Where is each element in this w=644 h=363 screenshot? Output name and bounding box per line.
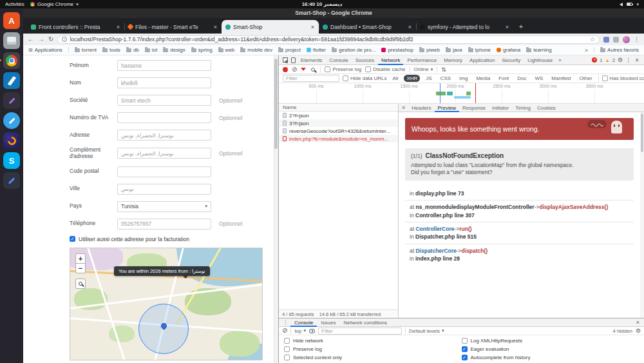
devtools-tab-application[interactable]: Application (466, 55, 498, 65)
profile-avatar[interactable] (623, 36, 630, 43)
autocomplete-history-checkbox[interactable]: ✓ (462, 355, 468, 360)
blocked-cookies-checkbox[interactable]: ✓ (602, 75, 608, 81)
back-button[interactable]: ← (28, 36, 34, 43)
devtools-tab-elements[interactable]: Elements (298, 55, 325, 65)
requests-name-header[interactable]: Name (279, 104, 398, 112)
dock-files-icon[interactable] (3, 32, 20, 49)
detail-tab-preview[interactable]: Preview (435, 104, 459, 112)
bookmark-project[interactable]: project (278, 47, 301, 53)
close-drawer-icon[interactable]: × (633, 319, 643, 326)
hidden-messages-count[interactable]: 4 hidden (612, 328, 632, 334)
devtools-tab-console[interactable]: Console (326, 55, 351, 65)
bookmark-torrent[interactable]: torrent (75, 47, 97, 53)
dock-chrome-icon[interactable] (3, 52, 20, 69)
dock-editor-icon[interactable] (3, 112, 20, 129)
selected-context-checkbox[interactable]: ✓ (284, 355, 290, 360)
activities-button[interactable]: Activités (5, 1, 24, 7)
devtools-tab-security[interactable]: Security (498, 55, 524, 65)
filter-pill-all[interactable]: All (390, 75, 401, 82)
extension-icon[interactable] (603, 37, 609, 43)
dock-screenshot-tool-icon[interactable] (3, 172, 20, 189)
city-field[interactable]: تونس (117, 184, 211, 195)
filter-funnel-icon[interactable] (301, 68, 306, 71)
filter-pill-font[interactable]: Font (496, 75, 511, 82)
vat-field[interactable] (117, 112, 211, 123)
devtools-menu-icon[interactable]: ⋮ (625, 57, 631, 63)
hide-data-urls-checkbox[interactable]: ✓ (343, 75, 348, 81)
map-zoom-in-button[interactable]: + (75, 253, 86, 264)
browser-menu-icon[interactable]: ⋮ (634, 36, 639, 43)
log-xhr-checkbox[interactable]: ✓ (462, 338, 468, 344)
drawer-tab-network-conditions[interactable]: Network conditions (339, 319, 391, 327)
devtools-tab-memory[interactable]: Memory (440, 55, 466, 65)
tab-close-icon[interactable]: × (408, 24, 412, 30)
log-levels-dropdown[interactable]: Default levels▾ (409, 328, 444, 334)
address2-field[interactable]: نوسترا, الخضراء, تونس (117, 148, 211, 159)
inspect-element-icon[interactable] (283, 57, 288, 63)
billing-checkbox[interactable]: ✓ (70, 236, 75, 242)
devtools-tab-network[interactable]: Network (378, 55, 403, 65)
address-bar[interactable]: i localhost/PrestaShop-1.7.6.7/index.php… (57, 35, 600, 44)
tab-close-icon[interactable]: × (116, 24, 120, 30)
eager-evaluation-checkbox[interactable]: ✓ (462, 346, 468, 352)
bookmark-db[interactable]: db (126, 47, 139, 53)
clear-console-icon[interactable]: ⊘ (282, 328, 287, 334)
bookmark-applications[interactable]: ⊞Applications (28, 47, 62, 53)
devtools-close-icon[interactable]: × (634, 57, 640, 64)
preserve-log-checkbox[interactable]: ✓ (325, 66, 330, 72)
firstname-field[interactable]: hassene (117, 60, 211, 71)
error-badge-icon[interactable]: × (592, 57, 597, 63)
tab-front-controllers[interactable]: Front controllers :: Presta × (27, 20, 124, 34)
trace-method[interactable]: dispatch() (462, 248, 488, 254)
page-scrollbar[interactable] (274, 55, 278, 363)
dock-skype-icon[interactable]: S (3, 152, 20, 169)
other-bookmarks-button[interactable]: Autres favoris (600, 47, 639, 53)
network-filter-input[interactable] (283, 75, 339, 82)
company-field[interactable]: Smart etech (117, 95, 211, 106)
location-map[interactable]: You are within 2026 meters from : نوسترا… (70, 248, 263, 360)
tab-symfony-error[interactable]: symfony - Attempted to lo × (416, 20, 513, 34)
context-selector[interactable]: top▾ (294, 328, 306, 334)
warning-badge-icon[interactable]: ▲ (605, 58, 610, 63)
trace-method[interactable]: displayAjaxSaveAddress() (539, 204, 608, 210)
new-tab-button[interactable]: + (516, 21, 526, 32)
clock[interactable]: 16:40 10 ديسمبر (302, 1, 343, 7)
bookmark-java[interactable]: java (446, 47, 462, 53)
billing-checkbox-label[interactable]: Utiliser aussi cette adresse pour la fac… (79, 236, 189, 242)
console-filter-input[interactable] (318, 328, 402, 335)
request-row-error[interactable]: index.php?fc=module&module=ns_monm... (279, 135, 398, 142)
bookmark-spring[interactable]: spring (191, 47, 213, 53)
dock-ubuntu-software-icon[interactable]: A (3, 12, 20, 29)
tab-dashboard[interactable]: Dashboard • Smart-Shop × (319, 20, 416, 34)
request-row[interactable]: 3?f=json (279, 119, 398, 127)
drawer-tab-console[interactable]: Console (290, 319, 317, 327)
preserve-log-checkbox[interactable]: ✓ (284, 346, 290, 352)
import-export-har-icon[interactable]: ⇅ (441, 66, 446, 73)
filter-pill-manifest[interactable]: Manifest (549, 75, 573, 82)
map-zoom-out-button[interactable]: − (75, 263, 86, 273)
bookmark-flutter[interactable]: flutter (307, 47, 326, 53)
filter-pill-css[interactable]: CSS (438, 75, 453, 82)
address-field[interactable]: نوسترا, الخضراء, تونس (117, 130, 211, 141)
detail-tab-response[interactable]: Response (459, 104, 489, 112)
settings-gear-icon[interactable]: ⚙ (618, 57, 623, 63)
filter-pill-js[interactable]: JS (423, 75, 434, 82)
bookmark-web[interactable]: web (218, 47, 235, 53)
site-info-icon[interactable]: i (62, 37, 67, 42)
console-settings-gear-icon[interactable]: ⚙ (636, 328, 641, 334)
clear-icon[interactable]: ⊘ (292, 66, 297, 73)
trace-method[interactable]: run() (459, 226, 471, 232)
detail-tab-initiator[interactable]: Initiator (489, 104, 512, 112)
detail-tab-headers[interactable]: Headers (408, 104, 434, 112)
bookmark-design[interactable]: design (163, 47, 185, 53)
filter-pill-media[interactable]: Media (473, 75, 493, 82)
phone-field[interactable]: 0526757657 (117, 219, 211, 230)
close-detail-icon[interactable]: × (399, 104, 408, 111)
reload-button[interactable]: ↻ (48, 36, 53, 43)
bookmark-iot[interactable]: iot (145, 47, 157, 53)
forward-button[interactable]: → (38, 36, 44, 43)
network-timeline[interactable]: 500 ms 1000 ms 1500 ms 2000 ms 2500 ms 3… (279, 83, 644, 104)
devtools-tab-lighthouse[interactable]: Lighthouse (524, 55, 556, 65)
scrollbar-thumb[interactable] (274, 59, 278, 149)
bookmark-piweb[interactable]: piweb (419, 47, 440, 53)
